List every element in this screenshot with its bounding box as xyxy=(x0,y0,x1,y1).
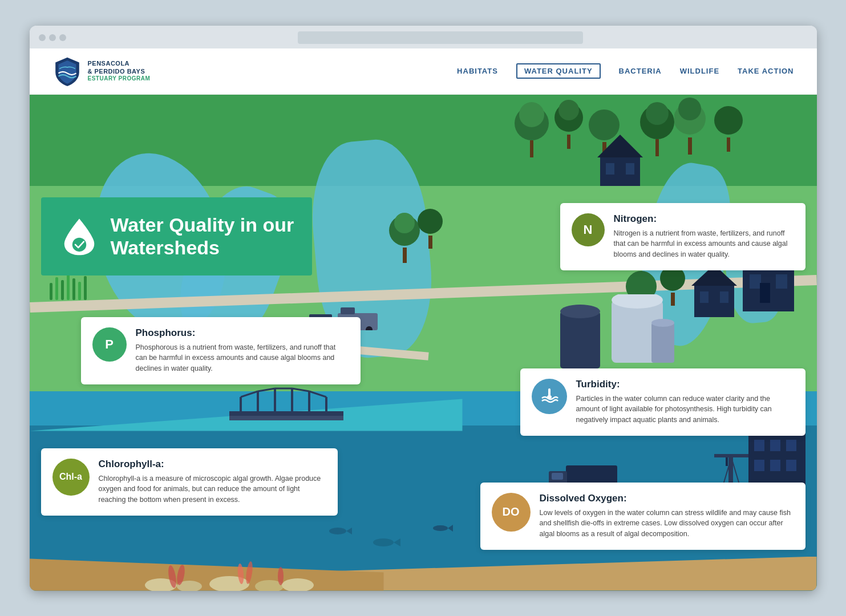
tree-6 xyxy=(714,100,743,152)
svg-line-81 xyxy=(241,391,258,397)
svg-rect-34 xyxy=(626,163,634,175)
logo-area: PENSACOLA & PERDIDO BAYS ESTUARY PROGRAM xyxy=(52,56,151,86)
svg-rect-97 xyxy=(714,454,748,457)
logo-text: PENSACOLA & PERDIDO BAYS ESTUARY PROGRAM xyxy=(88,60,151,82)
turbidity-card: Turbidity: Particles in the water column… xyxy=(520,368,805,436)
svg-rect-28 xyxy=(67,274,70,300)
svg-rect-94 xyxy=(770,460,780,471)
svg-rect-33 xyxy=(606,163,614,175)
logo-line1: PENSACOLA xyxy=(88,60,151,67)
svg-point-137 xyxy=(72,238,86,252)
svg-marker-35 xyxy=(597,135,643,157)
svg-rect-25 xyxy=(50,283,52,300)
svg-marker-114 xyxy=(394,538,400,546)
svg-point-140 xyxy=(547,395,552,399)
address-bar[interactable] xyxy=(298,31,583,44)
svg-point-50 xyxy=(651,319,674,327)
svg-rect-14 xyxy=(727,137,730,152)
svg-rect-37 xyxy=(750,274,761,289)
nav-wildlife[interactable]: WILDLIFE xyxy=(680,64,719,78)
chlorophyll-body: Chlorophyll-a is a measure of microscopi… xyxy=(99,473,326,505)
svg-point-20 xyxy=(418,209,443,234)
tree-2 xyxy=(554,98,583,149)
nitrogen-content: Nitrogen: Nitrogen is a nutrient from wa… xyxy=(614,213,794,260)
svg-rect-43 xyxy=(720,291,728,303)
svg-rect-31 xyxy=(84,276,87,300)
phosphorus-icon: P xyxy=(92,327,127,362)
svg-point-18 xyxy=(394,213,415,233)
svg-point-13 xyxy=(678,98,701,120)
tree-mid1 xyxy=(389,209,420,263)
svg-marker-116 xyxy=(448,525,453,532)
turbidity-title: Turbidity: xyxy=(576,379,794,390)
svg-line-84 xyxy=(292,388,309,391)
dot-red xyxy=(39,34,46,41)
hero-section: Water Quality in our Watersheds N Nitrog… xyxy=(30,95,817,591)
svg-rect-11 xyxy=(688,137,692,155)
site-nav: HABITATS WATER QUALITY BACTERIA WILDLIFE… xyxy=(457,63,794,79)
logo-shield xyxy=(52,56,82,86)
svg-rect-30 xyxy=(78,282,81,300)
svg-rect-0 xyxy=(530,140,533,157)
turbidity-body: Particles in the water column can reduce… xyxy=(576,394,794,425)
svg-point-10 xyxy=(646,102,669,125)
svg-rect-39 xyxy=(760,283,770,303)
svg-point-131 xyxy=(282,578,314,591)
turbidity-icon xyxy=(532,379,567,414)
dot-yellow xyxy=(49,34,56,41)
svg-point-2 xyxy=(519,102,544,127)
svg-rect-92 xyxy=(786,440,796,451)
svg-point-46 xyxy=(560,305,600,318)
svg-point-15 xyxy=(714,106,743,135)
svg-rect-95 xyxy=(786,460,796,471)
svg-rect-49 xyxy=(651,323,674,363)
svg-rect-98 xyxy=(726,457,728,466)
nav-bacteria[interactable]: BACTERIA xyxy=(619,64,662,78)
water-drop-icon xyxy=(59,216,99,256)
svg-rect-27 xyxy=(61,280,64,300)
phosphorus-title: Phosphorus: xyxy=(136,327,349,339)
chlorophyll-card: Chl-a Chlorophyll-a: Chlorophyll-a is a … xyxy=(41,448,338,516)
phosphorus-body: Phosphorous is a nutrient from waste, fe… xyxy=(136,342,349,374)
svg-point-136 xyxy=(278,567,284,585)
svg-point-115 xyxy=(433,525,448,531)
svg-rect-42 xyxy=(700,291,709,303)
phosphorus-card: P Phosphorus: Phosphorous is a nutrient … xyxy=(81,317,361,384)
house-tr xyxy=(594,129,646,186)
svg-rect-90 xyxy=(754,440,764,451)
svg-rect-26 xyxy=(55,277,58,300)
svg-rect-73 xyxy=(229,411,343,416)
do-body: Low levels of oxygen in the water column… xyxy=(540,508,794,540)
coral xyxy=(144,551,315,591)
svg-rect-56 xyxy=(341,307,355,314)
tree-5 xyxy=(674,95,706,155)
svg-marker-112 xyxy=(346,528,352,534)
nitrogen-card: N Nitrogen: Nitrogen is a nutrient from … xyxy=(560,203,805,270)
chlorophyll-content: Chlorophyll-a: Chlorophyll-a is a measur… xyxy=(99,459,326,505)
nav-water-quality[interactable]: WATER QUALITY xyxy=(516,63,601,79)
browser-dots xyxy=(39,34,66,41)
tanks xyxy=(560,294,674,368)
do-title: Dissolved Oxygen: xyxy=(540,493,794,504)
nav-take-action[interactable]: TAKE ACTION xyxy=(738,64,794,78)
tree-mid2 xyxy=(418,203,443,249)
svg-rect-93 xyxy=(754,460,764,471)
turbidity-content: Turbidity: Particles in the water column… xyxy=(576,379,794,425)
tree-1 xyxy=(515,100,549,157)
nitrogen-body: Nitrogen is a nutrient from waste, ferti… xyxy=(614,228,794,260)
browser-chrome xyxy=(30,26,817,48)
bridge xyxy=(229,386,343,431)
hero-title: Water Quality in our Watersheds xyxy=(111,213,294,260)
svg-rect-38 xyxy=(776,274,787,289)
nitrogen-icon: N xyxy=(572,213,605,246)
svg-rect-3 xyxy=(567,135,570,149)
phosphorus-content: Phosphorus: Phosphorous is a nutrient fr… xyxy=(136,327,349,374)
hero-title-card: Water Quality in our Watersheds xyxy=(41,197,313,276)
dot-green xyxy=(59,34,66,41)
site-header: PENSACOLA & PERDIDO BAYS ESTUARY PROGRAM… xyxy=(30,48,817,95)
svg-rect-29 xyxy=(72,278,75,300)
svg-rect-74 xyxy=(229,416,343,420)
do-content: Dissolved Oxygen: Low levels of oxygen i… xyxy=(540,493,794,540)
svg-rect-139 xyxy=(548,388,550,396)
nav-habitats[interactable]: HABITATS xyxy=(457,64,498,78)
